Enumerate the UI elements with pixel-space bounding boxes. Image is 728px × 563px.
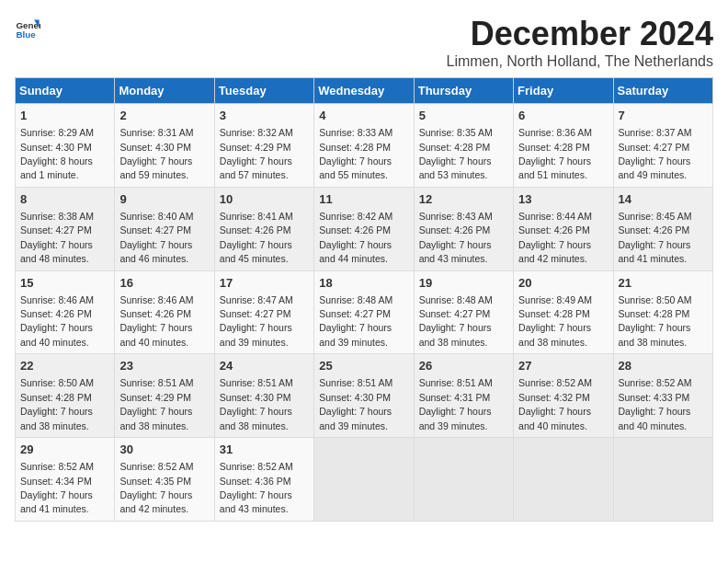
day-sunset: Sunset: 4:32 PM	[518, 392, 590, 403]
daylight-hours: Daylight: 7 hours and 59 minutes.	[119, 155, 192, 180]
day-sunrise: Sunrise: 8:49 AM	[518, 294, 592, 305]
day-number: 20	[518, 275, 608, 292]
day-sunrise: Sunrise: 8:52 AM	[518, 377, 592, 388]
calendar-cell: 7 Sunrise: 8:37 AM Sunset: 4:27 PM Dayli…	[613, 104, 712, 188]
day-sunset: Sunset: 4:28 PM	[20, 392, 92, 403]
daylight-hours: Daylight: 7 hours and 39 minutes.	[419, 406, 492, 431]
daylight-hours: Daylight: 7 hours and 42 minutes.	[518, 239, 591, 264]
calendar-week-row: 1 Sunrise: 8:29 AM Sunset: 4:30 PM Dayli…	[16, 104, 713, 188]
calendar-cell: 16 Sunrise: 8:46 AM Sunset: 4:26 PM Dayl…	[115, 270, 214, 354]
day-sunset: Sunset: 4:34 PM	[20, 476, 92, 487]
day-sunrise: Sunrise: 8:37 AM	[619, 127, 692, 138]
calendar-dow-friday: Friday	[514, 78, 613, 104]
day-number: 27	[518, 358, 608, 374]
calendar-cell: 6 Sunrise: 8:36 AM Sunset: 4:28 PM Dayli…	[514, 104, 613, 188]
day-sunset: Sunset: 4:27 PM	[419, 308, 491, 319]
calendar-cell: 27 Sunrise: 8:52 AM Sunset: 4:32 PM Dayl…	[514, 354, 613, 438]
day-sunset: Sunset: 4:30 PM	[220, 392, 291, 403]
day-sunset: Sunset: 4:36 PM	[220, 476, 291, 487]
calendar-cell: 18 Sunrise: 8:48 AM Sunset: 4:27 PM Dayl…	[314, 270, 414, 354]
day-sunrise: Sunrise: 8:51 AM	[119, 377, 193, 388]
day-number: 19	[419, 275, 508, 292]
day-number: 18	[319, 275, 408, 292]
day-number: 30	[119, 442, 209, 458]
daylight-hours: Daylight: 7 hours and 46 minutes.	[119, 239, 192, 264]
svg-text:Blue: Blue	[16, 29, 36, 40]
day-sunset: Sunset: 4:27 PM	[220, 308, 291, 319]
day-number: 21	[619, 275, 708, 292]
calendar-cell: 20 Sunrise: 8:49 AM Sunset: 4:28 PM Dayl…	[514, 270, 613, 354]
day-sunrise: Sunrise: 8:36 AM	[518, 127, 592, 138]
day-sunset: Sunset: 4:33 PM	[619, 392, 690, 403]
day-number: 26	[419, 358, 508, 374]
daylight-hours: Daylight: 7 hours and 48 minutes.	[20, 239, 93, 264]
day-sunrise: Sunrise: 8:31 AM	[119, 127, 193, 138]
day-sunset: Sunset: 4:27 PM	[319, 308, 391, 319]
day-sunrise: Sunrise: 8:46 AM	[20, 294, 94, 305]
day-sunrise: Sunrise: 8:32 AM	[220, 127, 293, 138]
calendar-dow-tuesday: Tuesday	[214, 78, 313, 104]
daylight-hours: Daylight: 7 hours and 57 minutes.	[220, 155, 292, 180]
calendar-cell: 28 Sunrise: 8:52 AM Sunset: 4:33 PM Dayl…	[613, 354, 712, 438]
daylight-hours: Daylight: 7 hours and 39 minutes.	[319, 322, 392, 347]
day-sunset: Sunset: 4:30 PM	[20, 142, 92, 153]
page-header: General Blue December 2024 Limmen, North…	[15, 15, 713, 70]
calendar-cell: 15 Sunrise: 8:46 AM Sunset: 4:26 PM Dayl…	[16, 270, 115, 354]
day-number: 10	[220, 191, 309, 208]
logo-icon: General Blue	[15, 15, 40, 40]
calendar-cell	[314, 438, 414, 522]
daylight-hours: Daylight: 7 hours and 53 minutes.	[419, 155, 492, 180]
calendar-dow-wednesday: Wednesday	[314, 78, 414, 104]
day-sunrise: Sunrise: 8:52 AM	[119, 461, 193, 472]
daylight-hours: Daylight: 7 hours and 43 minutes.	[220, 489, 292, 514]
day-sunset: Sunset: 4:31 PM	[419, 392, 491, 403]
day-number: 5	[419, 108, 508, 124]
calendar-cell: 14 Sunrise: 8:45 AM Sunset: 4:26 PM Dayl…	[613, 187, 712, 270]
day-number: 6	[518, 108, 608, 124]
day-sunrise: Sunrise: 8:52 AM	[220, 461, 293, 472]
daylight-hours: Daylight: 7 hours and 40 minutes.	[518, 406, 591, 431]
title-area: December 2024 Limmen, North Holland, The…	[446, 15, 713, 70]
calendar-cell: 31 Sunrise: 8:52 AM Sunset: 4:36 PM Dayl…	[214, 438, 313, 522]
day-number: 29	[20, 442, 109, 458]
day-number: 14	[619, 191, 708, 208]
calendar-cell: 21 Sunrise: 8:50 AM Sunset: 4:28 PM Dayl…	[613, 270, 712, 354]
calendar-cell: 1 Sunrise: 8:29 AM Sunset: 4:30 PM Dayli…	[16, 104, 115, 188]
daylight-hours: Daylight: 7 hours and 40 minutes.	[119, 322, 192, 347]
day-number: 24	[220, 358, 309, 374]
calendar-cell: 29 Sunrise: 8:52 AM Sunset: 4:34 PM Dayl…	[16, 438, 115, 522]
calendar-week-row: 29 Sunrise: 8:52 AM Sunset: 4:34 PM Dayl…	[16, 438, 713, 522]
day-sunrise: Sunrise: 8:48 AM	[319, 294, 392, 305]
day-sunrise: Sunrise: 8:50 AM	[619, 294, 692, 305]
day-sunrise: Sunrise: 8:38 AM	[20, 211, 94, 222]
day-sunset: Sunset: 4:28 PM	[518, 142, 590, 153]
day-number: 23	[119, 358, 209, 374]
day-number: 25	[319, 358, 408, 374]
daylight-hours: Daylight: 7 hours and 40 minutes.	[20, 322, 93, 347]
calendar-cell: 12 Sunrise: 8:43 AM Sunset: 4:26 PM Dayl…	[414, 187, 513, 270]
day-sunrise: Sunrise: 8:33 AM	[319, 127, 392, 138]
daylight-hours: Daylight: 7 hours and 38 minutes.	[119, 406, 192, 431]
daylight-hours: Daylight: 7 hours and 39 minutes.	[319, 406, 392, 431]
day-number: 15	[20, 275, 109, 292]
calendar-cell	[613, 438, 712, 522]
day-number: 7	[619, 108, 708, 124]
day-number: 11	[319, 191, 408, 208]
calendar-cell: 10 Sunrise: 8:41 AM Sunset: 4:26 PM Dayl…	[214, 187, 313, 270]
day-sunset: Sunset: 4:26 PM	[419, 224, 491, 236]
calendar-cell: 9 Sunrise: 8:40 AM Sunset: 4:27 PM Dayli…	[115, 187, 214, 270]
daylight-hours: Daylight: 7 hours and 38 minutes.	[518, 322, 591, 347]
day-sunrise: Sunrise: 8:47 AM	[220, 294, 293, 305]
calendar-cell: 22 Sunrise: 8:50 AM Sunset: 4:28 PM Dayl…	[16, 354, 115, 438]
calendar-cell: 8 Sunrise: 8:38 AM Sunset: 4:27 PM Dayli…	[16, 187, 115, 270]
calendar-dow-saturday: Saturday	[613, 78, 712, 104]
day-sunset: Sunset: 4:26 PM	[119, 308, 191, 319]
calendar-table: SundayMondayTuesdayWednesdayThursdayFrid…	[15, 77, 713, 522]
calendar-cell: 13 Sunrise: 8:44 AM Sunset: 4:26 PM Dayl…	[514, 187, 613, 270]
day-sunset: Sunset: 4:35 PM	[119, 476, 191, 487]
day-number: 3	[220, 108, 309, 124]
day-sunrise: Sunrise: 8:41 AM	[220, 211, 293, 222]
day-number: 12	[419, 191, 508, 208]
calendar-dow-thursday: Thursday	[414, 78, 513, 104]
calendar-cell: 11 Sunrise: 8:42 AM Sunset: 4:26 PM Dayl…	[314, 187, 414, 270]
